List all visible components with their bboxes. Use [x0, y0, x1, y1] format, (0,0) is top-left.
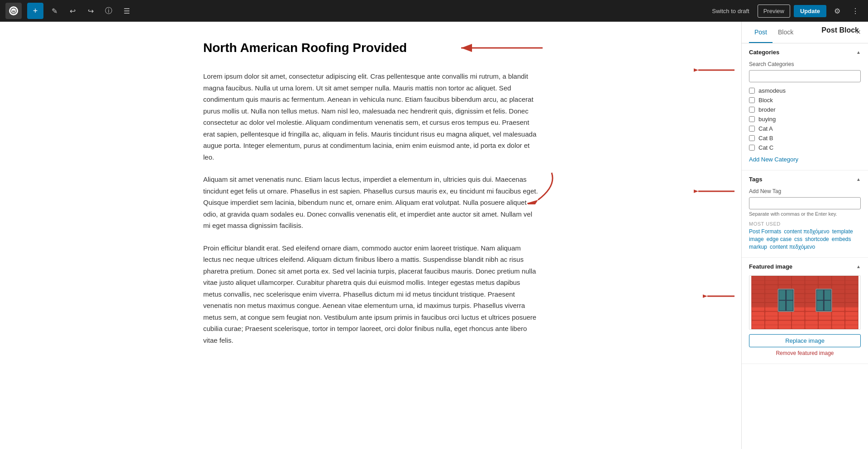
preview-button[interactable]: Preview [758, 5, 790, 18]
featured-image-thumbnail[interactable] [749, 275, 861, 330]
category-checkbox-cat-c[interactable] [749, 145, 755, 151]
list-item: Cat A [749, 124, 861, 133]
tags-section: Tags ▲ Add New Tag Separate with commas … [742, 170, 868, 258]
tags-content: Add New Tag Separate with commas or the … [742, 188, 868, 257]
categories-chevron: ▲ [856, 50, 861, 55]
list-item: buying [749, 114, 861, 124]
category-label: buying [758, 116, 776, 123]
info-button[interactable]: ⓘ [101, 4, 116, 18]
categories-title: Categories [749, 49, 779, 56]
tag-link[interactable]: content πεδχόμενο [784, 228, 829, 235]
sidebar-body: Categories ▲ Search Categories asmodeus … [742, 43, 868, 449]
category-checkbox-block[interactable] [749, 97, 755, 103]
tag-link[interactable]: content πεδχόμενο [770, 244, 815, 250]
list-view-button[interactable]: ☰ [119, 4, 134, 18]
svg-rect-18 [825, 290, 831, 300]
tags-chevron: ▲ [856, 177, 861, 182]
svg-rect-15 [787, 301, 793, 311]
svg-rect-14 [779, 301, 785, 311]
edit-tool-button[interactable]: ✎ [47, 4, 62, 18]
tag-link[interactable]: css [794, 236, 802, 242]
svg-rect-19 [817, 301, 823, 311]
paragraph-1: Lorem ipsum dolor sit amet, consectetur … [203, 71, 538, 163]
add-new-category-link[interactable]: Add New Category [749, 156, 861, 163]
settings-button[interactable]: ⚙ [830, 4, 844, 18]
post-body: Lorem ipsum dolor sit amet, consectetur … [203, 71, 538, 346]
category-label: Cat A [758, 125, 773, 132]
tab-post[interactable]: Post [749, 22, 773, 43]
category-label: broder [758, 106, 776, 113]
undo-button[interactable]: ↩ [65, 4, 80, 18]
replace-image-button[interactable]: Replace image [749, 334, 861, 347]
search-categories-input[interactable] [749, 70, 861, 82]
add-new-tag-label: Add New Tag [749, 188, 861, 194]
category-checkbox-cat-a[interactable] [749, 126, 755, 132]
list-item: Cat C [749, 143, 861, 152]
switch-to-draft-button[interactable]: Switch to draft [707, 5, 754, 17]
tab-block[interactable]: Block [773, 22, 799, 43]
sidebar-tabs: Post Block × [742, 22, 868, 43]
list-item: Cat B [749, 133, 861, 143]
categories-section: Categories ▲ Search Categories asmodeus … [742, 43, 868, 170]
sidebar-close-button[interactable]: × [856, 28, 861, 37]
tag-link[interactable]: template [832, 228, 853, 235]
tag-link[interactable]: Post Formats [749, 228, 781, 235]
list-item: asmodeus [749, 86, 861, 95]
tag-hint: Separate with commas or the Enter key. [749, 211, 861, 217]
category-checkbox-asmodeus[interactable] [749, 88, 755, 94]
editor-area: North American Roofing Provided Lorem ip… [0, 22, 741, 449]
list-item: broder [749, 105, 861, 114]
add-new-tag-input[interactable] [749, 197, 861, 209]
tag-link[interactable]: shortcode [805, 236, 829, 242]
category-label: Block [758, 97, 773, 104]
add-block-button[interactable]: + [27, 3, 43, 19]
body-arrow [502, 168, 556, 204]
list-item: Block [749, 95, 861, 105]
svg-rect-17 [817, 290, 823, 300]
svg-rect-10 [752, 276, 858, 307]
most-used-tags: Post Formats content πεδχόμενο template … [749, 228, 861, 250]
category-label: Cat C [758, 144, 773, 151]
svg-text:W: W [12, 9, 16, 14]
editor-content: North American Roofing Provided Lorem ip… [203, 40, 538, 346]
toolbar: W + ✎ ↩ ↪ ⓘ ☰ Switch to draft Preview Up… [0, 0, 868, 22]
search-categories-label: Search Categories [749, 61, 861, 67]
more-options-button[interactable]: ⋮ [848, 4, 863, 18]
main-area: North American Roofing Provided Lorem ip… [0, 22, 868, 449]
tags-title: Tags [749, 176, 762, 183]
category-label: Cat B [758, 135, 773, 142]
category-checkbox-broder[interactable] [749, 107, 755, 113]
svg-rect-13 [787, 290, 793, 300]
most-used-label: MOST USED [749, 221, 861, 227]
sidebar: Post Block × Categories ▲ Search Categor… [741, 22, 868, 449]
svg-rect-12 [779, 290, 785, 300]
category-checkbox-buying[interactable] [749, 116, 755, 122]
toolbar-right: Switch to draft Preview Update ⚙ ⋮ [707, 4, 863, 18]
paragraph-2: Aliquam sit amet venenatis nunc. Etiam l… [203, 174, 538, 232]
redo-button[interactable]: ↪ [83, 4, 98, 18]
remove-featured-image-link[interactable]: Remove featured image [749, 350, 861, 356]
post-title[interactable]: North American Roofing Provided [203, 40, 407, 56]
update-button[interactable]: Update [794, 5, 826, 17]
title-arrow [457, 41, 547, 55]
category-checkbox-cat-b[interactable] [749, 135, 755, 141]
tag-link[interactable]: edge case [767, 236, 792, 242]
categories-header[interactable]: Categories ▲ [742, 43, 868, 61]
tag-link[interactable]: embeds [832, 236, 851, 242]
tag-link[interactable]: image [749, 236, 764, 242]
paragraph-3: Proin efficitur blandit erat. Sed eleife… [203, 242, 538, 346]
tags-header[interactable]: Tags ▲ [742, 170, 868, 188]
wordpress-logo: W [5, 3, 22, 19]
tag-link[interactable]: markup [749, 244, 767, 250]
categories-list: asmodeus Block broder buying [749, 86, 861, 152]
category-label: asmodeus [758, 87, 786, 94]
featured-image-title: Featured image [749, 263, 792, 270]
featured-image-chevron: ▲ [856, 264, 861, 269]
svg-rect-20 [825, 301, 831, 311]
featured-image-content: Replace image Remove featured image [742, 275, 868, 364]
featured-image-section: Featured image ▲ [742, 258, 868, 364]
featured-image-header[interactable]: Featured image ▲ [742, 258, 868, 275]
categories-content: Search Categories asmodeus Block [742, 61, 868, 170]
